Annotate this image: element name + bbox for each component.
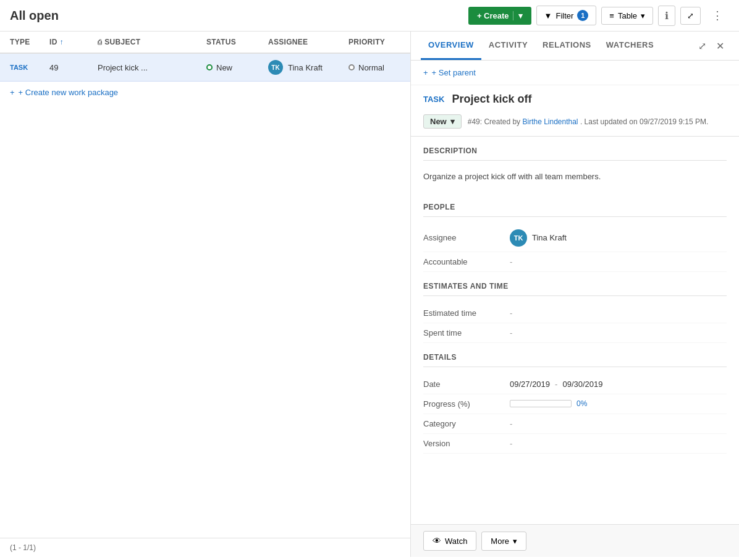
toolbar: All open + Create ▾ ▼ Filter 1 ≡ Table ▾… xyxy=(0,0,739,32)
estimates-label: ESTIMATES AND TIME xyxy=(423,282,727,296)
progress-pct: 0% xyxy=(576,399,587,408)
progress-bar-wrap: 0% xyxy=(510,399,587,408)
progress-field-label: Progress (%) xyxy=(423,399,510,409)
spent-time-value: - xyxy=(510,328,727,337)
plus-icon: + xyxy=(423,68,428,77)
accountable-field-value: - xyxy=(510,257,727,266)
date-range: 09/27/2019 - 09/30/2019 xyxy=(510,380,603,389)
detail-content: + + Set parent TASK Project kick off New… xyxy=(411,61,739,524)
description-text: Organize a project kick off with all tea… xyxy=(423,168,727,193)
col-header-status: STATUS xyxy=(206,38,268,46)
tab-overview[interactable]: OVERVIEW xyxy=(421,32,481,60)
row-id: 49 xyxy=(49,63,93,72)
table-label: Table xyxy=(618,11,637,20)
create-button[interactable]: + Create ▾ xyxy=(468,7,531,25)
progress-bar xyxy=(510,400,572,407)
meta-text: #49: Created by Birthe Lindenthal . Last… xyxy=(468,117,709,126)
row-status: New xyxy=(206,63,268,72)
create-work-package-button[interactable]: + + Create new work package xyxy=(0,82,410,103)
avatar: TK xyxy=(268,60,283,75)
details-section: DETAILS Date 09/27/2019 - 09/30/2019 xyxy=(411,343,739,454)
create-arrow-icon: ▾ xyxy=(513,11,523,20)
expand-icon: ⤢ xyxy=(687,11,694,20)
detail-tabs: OVERVIEW ACTIVITY RELATIONS WATCHERS ⤢ ✕ xyxy=(411,32,739,61)
pagination: (1 - 1/1) xyxy=(0,538,410,557)
assignee-avatar: TK xyxy=(510,229,527,247)
detail-title: Project kick off xyxy=(452,93,531,106)
expand-button[interactable]: ⤢ xyxy=(680,7,701,25)
assignee-field-label: Assignee xyxy=(423,233,510,242)
detail-close-icon[interactable]: ✕ xyxy=(711,35,729,57)
sort-arrow-icon: ↑ xyxy=(60,38,64,46)
table-header: TYPE ID ↑ ⎙ SUBJECT STATUS ASSIGNEE PRIO… xyxy=(0,32,410,54)
progress-field-value: 0% xyxy=(510,399,727,408)
col-header-priority: PRIORITY xyxy=(348,38,410,46)
tab-watchers[interactable]: WATCHERS xyxy=(599,32,661,60)
accountable-row: Accountable - xyxy=(423,252,727,272)
watch-button[interactable]: 👁 Watch xyxy=(423,531,476,551)
page-title: All open xyxy=(10,9,463,23)
meta-author-link[interactable]: Birthe Lindenthal xyxy=(522,117,578,126)
people-label: PEOPLE xyxy=(423,203,727,217)
row-priority: Normal xyxy=(348,63,410,72)
detail-title-row: TASK Project kick off xyxy=(411,85,739,111)
detail-panel: OVERVIEW ACTIVITY RELATIONS WATCHERS ⤢ ✕… xyxy=(411,32,739,557)
filter-button[interactable]: ▼ Filter 1 xyxy=(536,6,597,25)
table-panel: TYPE ID ↑ ⎙ SUBJECT STATUS ASSIGNEE PRIO… xyxy=(0,32,411,557)
date-field-label: Date xyxy=(423,380,510,389)
date-field-value: 09/27/2019 - 09/30/2019 xyxy=(510,380,727,389)
date-end: 09/30/2019 xyxy=(562,380,602,389)
priority-dot-icon xyxy=(348,64,355,70)
date-row: Date 09/27/2019 - 09/30/2019 xyxy=(423,375,727,394)
description-label: DESCRIPTION xyxy=(423,146,727,161)
filter-label: Filter xyxy=(555,11,573,20)
table-icon: ≡ xyxy=(609,11,614,20)
spent-time-label: Spent time xyxy=(423,328,510,337)
col-header-assignee: ASSIGNEE xyxy=(268,38,348,46)
col-header-subject[interactable]: ⎙ SUBJECT xyxy=(93,38,206,46)
version-field-value: - xyxy=(510,439,727,448)
tab-relations[interactable]: RELATIONS xyxy=(535,32,599,60)
version-field-label: Version xyxy=(423,439,510,448)
main-area: TYPE ID ↑ ⎙ SUBJECT STATUS ASSIGNEE PRIO… xyxy=(0,32,739,557)
create-label: + Create xyxy=(477,11,509,20)
more-options-button[interactable]: ⋮ xyxy=(706,5,729,26)
category-field-label: Category xyxy=(423,419,510,428)
watch-label: Watch xyxy=(445,537,467,546)
table-arrow-icon: ▾ xyxy=(641,11,645,20)
estimated-time-row: Estimated time - xyxy=(423,303,727,323)
spent-time-row: Spent time - xyxy=(423,323,727,343)
estimates-section: ESTIMATES AND TIME Estimated time - Spen… xyxy=(411,272,739,343)
set-parent-button[interactable]: + + Set parent xyxy=(411,61,739,85)
assignee-row: Assignee TK Tina Kraft xyxy=(423,224,727,252)
category-row: Category - xyxy=(423,414,727,434)
assignee-field-value: TK Tina Kraft xyxy=(510,229,727,247)
col-header-id[interactable]: ID ↑ xyxy=(49,38,93,46)
tab-activity[interactable]: ACTIVITY xyxy=(481,32,535,60)
estimated-time-label: Estimated time xyxy=(423,308,510,318)
progress-row: Progress (%) 0% xyxy=(423,394,727,414)
date-start: 09/27/2019 xyxy=(510,380,550,389)
more-button[interactable]: More ▾ xyxy=(481,532,526,551)
table-row[interactable]: TASK 49 Project kick ... New TK Tina Kra… xyxy=(0,54,410,82)
filter-icon: ▼ xyxy=(544,11,552,20)
status-text: New xyxy=(430,117,447,126)
description-section: DESCRIPTION Organize a project kick off … xyxy=(411,137,739,193)
filter-count: 1 xyxy=(577,10,588,21)
detail-footer: 👁 Watch More ▾ xyxy=(411,524,739,557)
details-label: DETAILS xyxy=(423,353,727,367)
more-label: More xyxy=(491,537,509,546)
filter-subject-icon: ⎙ xyxy=(98,38,102,46)
plus-icon: + xyxy=(10,88,15,97)
more-arrow-icon: ▾ xyxy=(513,537,517,546)
row-subject: Project kick ... xyxy=(93,63,206,72)
status-badge[interactable]: New ▾ xyxy=(423,114,462,129)
col-header-type: TYPE xyxy=(0,38,49,46)
row-assignee: TK Tina Kraft xyxy=(268,60,348,75)
detail-expand-icon[interactable]: ⤢ xyxy=(693,35,711,57)
status-dot-icon xyxy=(206,64,213,70)
category-field-value: - xyxy=(510,419,727,428)
table-view-button[interactable]: ≡ Table ▾ xyxy=(601,7,653,25)
accountable-field-label: Accountable xyxy=(423,257,510,266)
info-button[interactable]: ℹ xyxy=(658,6,675,26)
